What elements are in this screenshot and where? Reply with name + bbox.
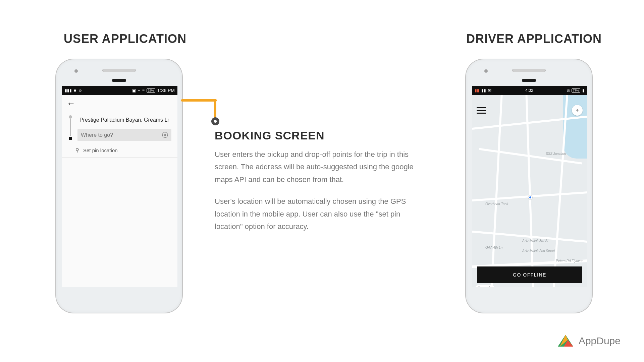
- cast-icon: ▣: [132, 88, 136, 93]
- map-label: SSS Junction: [546, 152, 566, 156]
- user-phone-mockup: ▮▮▮ ■ ☺ ▣ ⌖ ⌔ 18% 1:36 PM ← Prestige Pal…: [55, 59, 183, 313]
- face-icon: ☺: [78, 88, 82, 93]
- status-bar: ▮▮ ▮▮ ✉ 4:02 ⎚ 77% ▮: [472, 86, 587, 95]
- speaker-icon: [512, 69, 546, 72]
- feature-description: BOOKING SCREEN User enters the pickup an…: [215, 129, 423, 242]
- current-position-icon: [528, 195, 532, 199]
- camera-icon: ■: [74, 88, 76, 93]
- camera-dot-icon: [74, 69, 78, 73]
- menu-button[interactable]: [477, 107, 486, 114]
- clock-time: 4:02: [525, 88, 533, 93]
- signal-icon: ▮▮: [481, 88, 486, 93]
- google-attribution: Google: [475, 285, 494, 287]
- sensor-pill-icon: [522, 79, 536, 82]
- driver-phone-mockup: ▮▮ ▮▮ ✉ 4:02 ⎚ 77% ▮ SSS J: [465, 59, 593, 313]
- battery-level: 18%: [147, 88, 155, 93]
- pickup-location[interactable]: Prestige Palladium Bayan, Greams Lr: [77, 114, 171, 126]
- pin-icon: ⚲: [75, 147, 79, 153]
- sensor-pill-icon: [112, 79, 126, 82]
- destination-square-icon: [69, 137, 72, 140]
- route-indicator-icon: [68, 116, 73, 139]
- destination-field-wrap[interactable]: ⓧ: [77, 129, 171, 141]
- chat-icon: ✉: [488, 88, 491, 93]
- volte-icon: ⎚: [567, 88, 570, 93]
- locate-me-button[interactable]: ⌖: [572, 105, 583, 116]
- set-pin-label: Set pin location: [83, 147, 118, 153]
- back-button[interactable]: ←: [67, 98, 75, 109]
- user-app-title: USER APPLICATION: [64, 32, 186, 46]
- battery-level: 77%: [572, 88, 580, 93]
- battery-icon: ▮: [582, 88, 585, 93]
- feature-paragraph-2: User's location will be automatically ch…: [215, 195, 423, 233]
- carrier-icon: ▮▮: [475, 88, 479, 93]
- set-pin-location[interactable]: ⚲ Set pin location: [62, 143, 177, 158]
- map-label: GAA 4th Ln: [485, 246, 502, 249]
- map-label: Peters Rd Flyover: [556, 259, 583, 263]
- map-background: SSS Junction Overhead Tank GAA 4th Ln Az…: [472, 95, 587, 287]
- connector-line-v: [214, 99, 216, 120]
- feature-paragraph-1: User enters the pickup and drop-off poin…: [215, 148, 423, 186]
- user-screen: ▮▮▮ ■ ☺ ▣ ⌖ ⌔ 18% 1:36 PM ← Prestige Pal…: [62, 86, 177, 287]
- map-label: Aziz Muluk 2nd Street: [522, 249, 555, 253]
- brand-name: AppDupe: [579, 335, 621, 347]
- signal-icon: ▮▮▮: [65, 88, 72, 93]
- speaker-icon: [102, 69, 136, 72]
- brand-footer: AppDupe: [558, 333, 621, 349]
- location-icon: ⌖: [138, 88, 140, 93]
- clear-icon[interactable]: ⓧ: [162, 131, 168, 139]
- clock-time: 1:36 PM: [157, 88, 175, 93]
- driver-screen: ▮▮ ▮▮ ✉ 4:02 ⎚ 77% ▮ SSS J: [472, 86, 587, 287]
- camera-dot-icon: [484, 69, 488, 73]
- driver-app-title: DRIVER APPLICATION: [466, 32, 602, 46]
- destination-input[interactable]: [81, 132, 162, 138]
- map-view[interactable]: SSS Junction Overhead Tank GAA 4th Ln Az…: [472, 95, 587, 287]
- connector-dot-icon: [211, 117, 219, 125]
- pickup-dot-icon: [69, 115, 72, 119]
- appdupe-logo-icon: [558, 333, 573, 349]
- map-label: Aziz Muluk 3rd St: [522, 239, 548, 243]
- feature-heading: BOOKING SCREEN: [215, 129, 423, 142]
- go-offline-button[interactable]: GO OFFLINE: [477, 266, 582, 283]
- crosshair-icon: ⌖: [576, 107, 579, 113]
- status-bar: ▮▮▮ ■ ☺ ▣ ⌖ ⌔ 18% 1:36 PM: [62, 86, 177, 95]
- map-label: Overhead Tank: [485, 202, 508, 206]
- wifi-icon: ⌔: [142, 88, 145, 93]
- connector-line-h: [181, 99, 217, 102]
